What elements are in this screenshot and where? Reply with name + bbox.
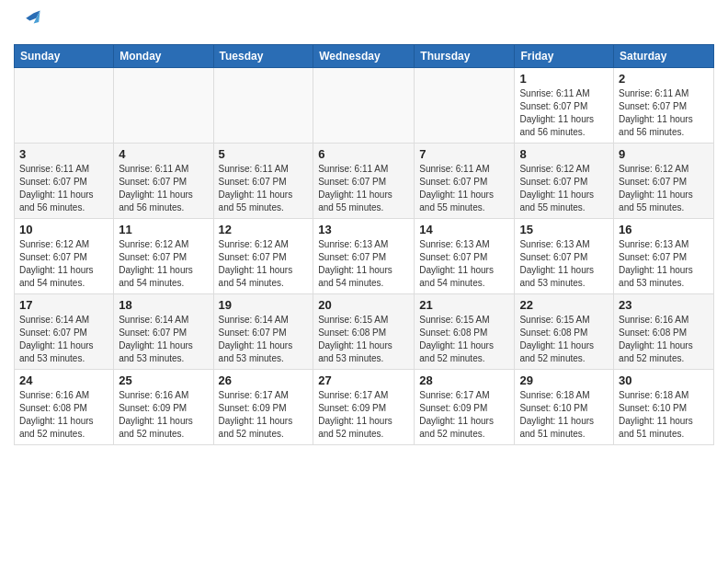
calendar-cell: 14Sunrise: 6:13 AM Sunset: 6:07 PM Dayli…: [415, 219, 515, 294]
day-info: Sunrise: 6:12 AM Sunset: 6:07 PM Dayligh…: [619, 163, 709, 214]
calendar-cell: 16Sunrise: 6:13 AM Sunset: 6:07 PM Dayli…: [614, 219, 714, 294]
weekday-header-saturday: Saturday: [614, 45, 714, 68]
day-number: 19: [219, 298, 309, 312]
calendar-cell: [114, 68, 213, 144]
day-number: 16: [619, 223, 709, 236]
week-row-3: 10Sunrise: 6:12 AM Sunset: 6:07 PM Dayli…: [15, 219, 714, 294]
week-row-2: 3Sunrise: 6:11 AM Sunset: 6:07 PM Daylig…: [15, 144, 714, 219]
day-info: Sunrise: 6:15 AM Sunset: 6:08 PM Dayligh…: [519, 314, 609, 365]
day-number: 3: [19, 147, 108, 161]
calendar-cell: 15Sunrise: 6:13 AM Sunset: 6:07 PM Dayli…: [515, 219, 614, 294]
calendar-cell: 30Sunrise: 6:18 AM Sunset: 6:10 PM Dayli…: [614, 370, 714, 445]
calendar-cell: 19Sunrise: 6:14 AM Sunset: 6:07 PM Dayli…: [213, 294, 313, 370]
weekday-header-row: SundayMondayTuesdayWednesdayThursdayFrid…: [15, 45, 714, 68]
calendar-table: SundayMondayTuesdayWednesdayThursdayFrid…: [14, 44, 714, 445]
day-info: Sunrise: 6:11 AM Sunset: 6:07 PM Dayligh…: [19, 163, 108, 214]
day-number: 30: [619, 373, 709, 387]
calendar-cell: 9Sunrise: 6:12 AM Sunset: 6:07 PM Daylig…: [614, 144, 714, 219]
day-info: Sunrise: 6:12 AM Sunset: 6:07 PM Dayligh…: [219, 238, 309, 290]
day-info: Sunrise: 6:11 AM Sunset: 6:07 PM Dayligh…: [519, 87, 609, 139]
day-info: Sunrise: 6:13 AM Sunset: 6:07 PM Dayligh…: [419, 238, 509, 290]
day-info: Sunrise: 6:13 AM Sunset: 6:07 PM Dayligh…: [318, 238, 409, 290]
calendar-cell: [313, 68, 415, 144]
page: SundayMondayTuesdayWednesdayThursdayFrid…: [0, 0, 728, 459]
weekday-header-tuesday: Tuesday: [213, 45, 313, 68]
week-row-1: 1Sunrise: 6:11 AM Sunset: 6:07 PM Daylig…: [15, 68, 714, 144]
day-number: 1: [519, 72, 609, 86]
day-info: Sunrise: 6:12 AM Sunset: 6:07 PM Dayligh…: [19, 238, 108, 290]
day-number: 27: [318, 373, 409, 387]
day-number: 22: [519, 298, 609, 312]
day-info: Sunrise: 6:16 AM Sunset: 6:09 PM Dayligh…: [119, 389, 208, 441]
calendar-cell: 12Sunrise: 6:12 AM Sunset: 6:07 PM Dayli…: [213, 219, 313, 294]
day-info: Sunrise: 6:14 AM Sunset: 6:07 PM Dayligh…: [219, 314, 309, 365]
day-info: Sunrise: 6:13 AM Sunset: 6:07 PM Dayligh…: [519, 238, 609, 290]
weekday-header-wednesday: Wednesday: [313, 45, 415, 68]
day-number: 26: [219, 373, 309, 387]
calendar-cell: 23Sunrise: 6:16 AM Sunset: 6:08 PM Dayli…: [614, 294, 714, 370]
day-info: Sunrise: 6:14 AM Sunset: 6:07 PM Dayligh…: [19, 314, 108, 365]
day-number: 25: [119, 373, 208, 387]
day-info: Sunrise: 6:15 AM Sunset: 6:08 PM Dayligh…: [419, 314, 509, 365]
day-number: 11: [119, 223, 208, 236]
calendar-cell: [213, 68, 313, 144]
day-info: Sunrise: 6:12 AM Sunset: 6:07 PM Dayligh…: [519, 163, 609, 214]
week-row-5: 24Sunrise: 6:16 AM Sunset: 6:08 PM Dayli…: [15, 370, 714, 445]
day-number: 12: [219, 223, 309, 236]
day-number: 21: [419, 298, 509, 312]
day-info: Sunrise: 6:14 AM Sunset: 6:07 PM Dayligh…: [119, 314, 208, 365]
calendar-cell: 17Sunrise: 6:14 AM Sunset: 6:07 PM Dayli…: [15, 294, 114, 370]
calendar-cell: 25Sunrise: 6:16 AM Sunset: 6:09 PM Dayli…: [114, 370, 213, 445]
calendar-cell: 20Sunrise: 6:15 AM Sunset: 6:08 PM Dayli…: [313, 294, 415, 370]
weekday-header-friday: Friday: [515, 45, 614, 68]
day-number: 17: [19, 298, 108, 312]
day-number: 8: [519, 147, 609, 161]
day-info: Sunrise: 6:17 AM Sunset: 6:09 PM Dayligh…: [318, 389, 409, 441]
day-info: Sunrise: 6:11 AM Sunset: 6:07 PM Dayligh…: [219, 163, 309, 214]
calendar-cell: 29Sunrise: 6:18 AM Sunset: 6:10 PM Dayli…: [515, 370, 614, 445]
calendar-cell: 4Sunrise: 6:11 AM Sunset: 6:07 PM Daylig…: [114, 144, 213, 219]
day-number: 13: [318, 223, 409, 236]
calendar-cell: 6Sunrise: 6:11 AM Sunset: 6:07 PM Daylig…: [313, 144, 415, 219]
day-info: Sunrise: 6:11 AM Sunset: 6:07 PM Dayligh…: [419, 163, 509, 214]
logo: [14, 9, 41, 39]
day-info: Sunrise: 6:13 AM Sunset: 6:07 PM Dayligh…: [619, 238, 709, 290]
day-number: 5: [219, 147, 309, 161]
day-number: 15: [519, 223, 609, 236]
calendar-cell: 2Sunrise: 6:11 AM Sunset: 6:07 PM Daylig…: [614, 68, 714, 144]
calendar-cell: 5Sunrise: 6:11 AM Sunset: 6:07 PM Daylig…: [213, 144, 313, 219]
calendar-cell: 28Sunrise: 6:17 AM Sunset: 6:09 PM Dayli…: [415, 370, 515, 445]
calendar-cell: 13Sunrise: 6:13 AM Sunset: 6:07 PM Dayli…: [313, 219, 415, 294]
day-info: Sunrise: 6:18 AM Sunset: 6:10 PM Dayligh…: [519, 389, 609, 441]
day-info: Sunrise: 6:12 AM Sunset: 6:07 PM Dayligh…: [119, 238, 208, 290]
day-number: 6: [318, 147, 409, 161]
calendar-cell: 18Sunrise: 6:14 AM Sunset: 6:07 PM Dayli…: [114, 294, 213, 370]
day-number: 10: [19, 223, 108, 236]
calendar-cell: 3Sunrise: 6:11 AM Sunset: 6:07 PM Daylig…: [15, 144, 114, 219]
day-info: Sunrise: 6:18 AM Sunset: 6:10 PM Dayligh…: [619, 389, 709, 441]
day-number: 29: [519, 373, 609, 387]
calendar-cell: 10Sunrise: 6:12 AM Sunset: 6:07 PM Dayli…: [15, 219, 114, 294]
calendar-cell: 8Sunrise: 6:12 AM Sunset: 6:07 PM Daylig…: [515, 144, 614, 219]
day-info: Sunrise: 6:11 AM Sunset: 6:07 PM Dayligh…: [318, 163, 409, 214]
day-number: 20: [318, 298, 409, 312]
day-info: Sunrise: 6:16 AM Sunset: 6:08 PM Dayligh…: [19, 389, 108, 441]
day-info: Sunrise: 6:11 AM Sunset: 6:07 PM Dayligh…: [119, 163, 208, 214]
day-number: 14: [419, 223, 509, 236]
calendar-cell: 11Sunrise: 6:12 AM Sunset: 6:07 PM Dayli…: [114, 219, 213, 294]
day-number: 24: [19, 373, 108, 387]
calendar-cell: 7Sunrise: 6:11 AM Sunset: 6:07 PM Daylig…: [415, 144, 515, 219]
weekday-header-monday: Monday: [114, 45, 213, 68]
day-number: 7: [419, 147, 509, 161]
day-info: Sunrise: 6:17 AM Sunset: 6:09 PM Dayligh…: [219, 389, 309, 441]
calendar-cell: 22Sunrise: 6:15 AM Sunset: 6:08 PM Dayli…: [515, 294, 614, 370]
calendar-cell: [415, 68, 515, 144]
calendar-cell: 1Sunrise: 6:11 AM Sunset: 6:07 PM Daylig…: [515, 68, 614, 144]
calendar-cell: 24Sunrise: 6:16 AM Sunset: 6:08 PM Dayli…: [15, 370, 114, 445]
day-info: Sunrise: 6:16 AM Sunset: 6:08 PM Dayligh…: [619, 314, 709, 365]
calendar-cell: 26Sunrise: 6:17 AM Sunset: 6:09 PM Dayli…: [213, 370, 313, 445]
day-number: 2: [619, 72, 709, 86]
weekday-header-sunday: Sunday: [15, 45, 114, 68]
calendar-cell: 27Sunrise: 6:17 AM Sunset: 6:09 PM Dayli…: [313, 370, 415, 445]
day-number: 18: [119, 298, 208, 312]
